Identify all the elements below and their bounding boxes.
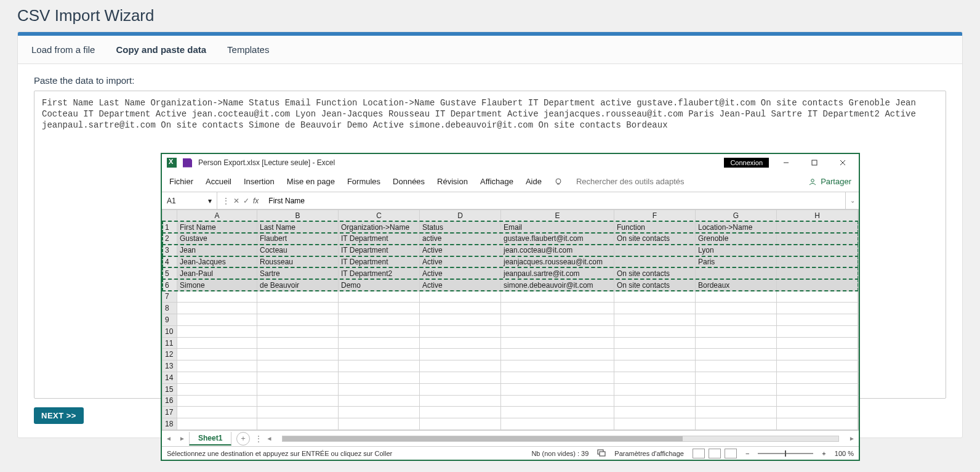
zoom-slider[interactable] (758, 453, 813, 454)
col-header-h[interactable]: H (777, 210, 858, 222)
cell[interactable] (501, 303, 614, 314)
row-header[interactable]: 14 (163, 372, 177, 383)
tab-copy-paste[interactable]: Copy and paste data (116, 44, 206, 55)
cell[interactable]: Rousseau (257, 256, 339, 268)
cell[interactable]: gustave.flaubert@it.com (501, 233, 614, 245)
cell[interactable]: Jean (177, 245, 257, 256)
ribbon-help[interactable]: Aide (526, 177, 542, 186)
row-header[interactable]: 5 (163, 267, 177, 279)
minimize-button[interactable] (775, 156, 797, 169)
cancel-formula-icon[interactable]: ✕ (233, 197, 239, 205)
cell[interactable]: Email (501, 221, 614, 233)
cell[interactable] (501, 337, 614, 349)
cell[interactable]: Function (614, 221, 696, 233)
view-normal-button[interactable] (693, 449, 705, 458)
row-header[interactable]: 16 (163, 395, 177, 407)
cell[interactable] (339, 407, 420, 418)
cell[interactable] (420, 291, 501, 303)
cell[interactable] (339, 325, 420, 337)
cell[interactable] (257, 383, 339, 395)
table-row[interactable]: 10 (163, 325, 858, 337)
cell[interactable] (777, 279, 858, 291)
col-header-d[interactable]: D (420, 210, 501, 222)
cell[interactable] (614, 395, 696, 407)
cell[interactable] (777, 383, 858, 395)
table-row[interactable]: 2 Gustave Flaubert IT Department active … (163, 233, 858, 245)
ribbon-home[interactable]: Accueil (206, 177, 231, 186)
cell[interactable] (696, 418, 777, 430)
table-row[interactable]: 17 (163, 407, 858, 418)
row-header[interactable]: 9 (163, 314, 177, 326)
cell[interactable] (177, 291, 257, 303)
col-header-b[interactable]: B (257, 210, 339, 222)
cell[interactable] (420, 418, 501, 430)
cell[interactable] (501, 372, 614, 383)
vertical-scrollbar[interactable]: ▲ ▼ (858, 210, 859, 430)
accept-formula-icon[interactable]: ✓ (243, 197, 249, 205)
row-header[interactable]: 7 (163, 291, 177, 303)
cell[interactable] (777, 407, 858, 418)
cell[interactable] (177, 360, 257, 372)
maximize-button[interactable] (803, 156, 825, 169)
table-row[interactable]: 6 Simone de Beauvoir Demo Active simone.… (163, 279, 858, 291)
horizontal-scrollbar[interactable] (282, 436, 839, 442)
cell[interactable] (339, 349, 420, 360)
tell-me-input[interactable] (575, 176, 698, 187)
sheet-tab-1[interactable]: Sheet1 (189, 432, 231, 446)
cell[interactable] (257, 325, 339, 337)
cell[interactable] (777, 418, 858, 430)
cell[interactable] (339, 372, 420, 383)
cell[interactable]: Organization->Name (339, 221, 420, 233)
cell[interactable] (177, 407, 257, 418)
add-sheet-button[interactable]: ＋ (236, 432, 250, 446)
cell[interactable] (257, 395, 339, 407)
cell[interactable] (420, 395, 501, 407)
cell[interactable] (420, 314, 501, 326)
cell[interactable] (614, 325, 696, 337)
cell[interactable] (339, 395, 420, 407)
cell[interactable]: First Name (177, 221, 257, 233)
cell[interactable] (614, 418, 696, 430)
cell[interactable]: Last Name (257, 221, 339, 233)
cell[interactable]: simone.debeauvoir@it.com (501, 279, 614, 291)
cell[interactable] (339, 360, 420, 372)
cell[interactable] (614, 407, 696, 418)
spreadsheet-grid[interactable]: A B C D E F G H 1 First Name Last Name O… (162, 210, 859, 430)
cell[interactable] (420, 372, 501, 383)
cell[interactable] (177, 303, 257, 314)
table-row[interactable]: 1 First Name Last Name Organization->Nam… (163, 221, 858, 233)
row-header[interactable]: 4 (163, 256, 177, 268)
ribbon-review[interactable]: Révision (437, 177, 468, 186)
cell[interactable]: Flaubert (257, 233, 339, 245)
cell[interactable]: Jean-Paul (177, 267, 257, 279)
cell[interactable]: Active (420, 267, 501, 279)
cell[interactable]: Status (420, 221, 501, 233)
cell[interactable]: jean.cocteau@it.com (501, 245, 614, 256)
close-button[interactable] (832, 156, 854, 169)
cell[interactable] (177, 395, 257, 407)
cell[interactable] (777, 360, 858, 372)
cell[interactable] (420, 337, 501, 349)
col-header-e[interactable]: E (501, 210, 614, 222)
save-icon[interactable] (183, 158, 192, 168)
cell[interactable] (501, 314, 614, 326)
cell[interactable] (257, 360, 339, 372)
cell[interactable] (420, 360, 501, 372)
cell[interactable]: Lyon (696, 245, 777, 256)
cell[interactable] (420, 407, 501, 418)
cell[interactable]: On site contacts (614, 267, 696, 279)
cell[interactable]: Simone (177, 279, 257, 291)
cell[interactable]: IT Department (339, 256, 420, 268)
cell[interactable] (501, 407, 614, 418)
cell[interactable] (696, 395, 777, 407)
sheet-nav-prev[interactable]: ◄ (162, 435, 175, 442)
cell[interactable]: active (420, 233, 501, 245)
cell[interactable] (696, 383, 777, 395)
cell[interactable]: jeanjacques.rousseau@it.com (501, 256, 614, 268)
row-header[interactable]: 12 (163, 349, 177, 360)
cell[interactable] (501, 383, 614, 395)
table-row[interactable]: 18 (163, 418, 858, 430)
cell[interactable] (614, 372, 696, 383)
ribbon-data[interactable]: Données (393, 177, 425, 186)
cell[interactable] (777, 256, 858, 268)
